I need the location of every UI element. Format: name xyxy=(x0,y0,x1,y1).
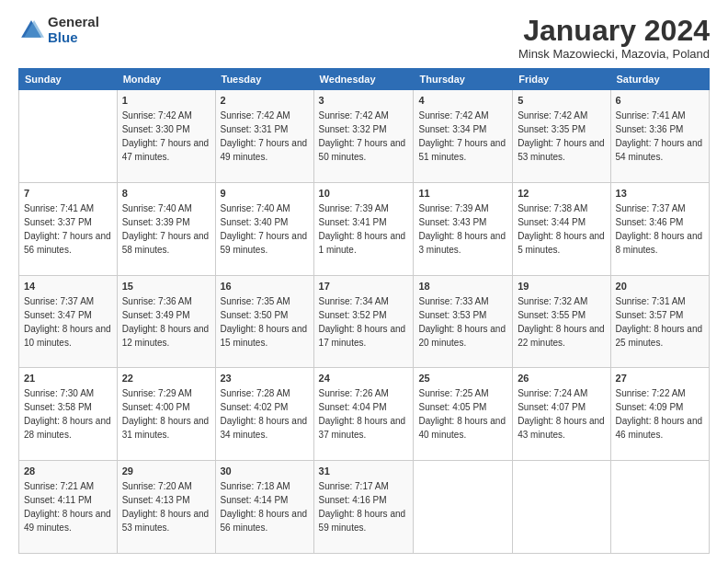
logo-general: General xyxy=(48,14,99,29)
day-number: 19 xyxy=(518,280,605,293)
day-number: 15 xyxy=(122,280,210,293)
calendar-cell: 24 Sunrise: 7:26 AMSunset: 4:04 PMDaylig… xyxy=(313,368,414,461)
calendar-cell: 21 Sunrise: 7:30 AMSunset: 3:58 PMDaylig… xyxy=(19,368,118,461)
calendar-cell xyxy=(414,461,513,554)
day-number: 24 xyxy=(319,372,409,385)
header-sunday: Sunday xyxy=(19,69,118,90)
calendar-cell: 28 Sunrise: 7:21 AMSunset: 4:11 PMDaylig… xyxy=(19,461,118,554)
calendar-cell: 23 Sunrise: 7:28 AMSunset: 4:02 PMDaylig… xyxy=(215,368,313,461)
day-number: 13 xyxy=(616,187,704,201)
day-info: Sunrise: 7:42 AMSunset: 3:31 PMDaylight:… xyxy=(221,110,308,162)
day-info: Sunrise: 7:31 AMSunset: 3:57 PMDaylight:… xyxy=(616,296,703,348)
calendar-cell: 12 Sunrise: 7:38 AMSunset: 3:44 PMDaylig… xyxy=(513,182,610,275)
calendar-cell: 2 Sunrise: 7:42 AMSunset: 3:31 PMDayligh… xyxy=(215,90,313,183)
day-number: 4 xyxy=(418,94,507,108)
day-number: 26 xyxy=(518,372,605,385)
calendar-cell: 15 Sunrise: 7:36 AMSunset: 3:49 PMDaylig… xyxy=(117,275,215,368)
day-number: 9 xyxy=(221,187,309,201)
day-info: Sunrise: 7:42 AMSunset: 3:32 PMDaylight:… xyxy=(319,110,406,162)
calendar-cell: 11 Sunrise: 7:39 AMSunset: 3:43 PMDaylig… xyxy=(414,182,513,275)
day-number: 27 xyxy=(616,372,704,385)
header-wednesday: Wednesday xyxy=(313,69,414,90)
day-info: Sunrise: 7:33 AMSunset: 3:53 PMDaylight:… xyxy=(418,296,506,348)
header-friday: Friday xyxy=(513,69,610,90)
calendar-cell: 26 Sunrise: 7:24 AMSunset: 4:07 PMDaylig… xyxy=(513,368,610,461)
day-info: Sunrise: 7:42 AMSunset: 3:34 PMDaylight:… xyxy=(418,110,506,162)
day-info: Sunrise: 7:24 AMSunset: 4:07 PMDaylight:… xyxy=(518,388,605,440)
day-info: Sunrise: 7:32 AMSunset: 3:55 PMDaylight:… xyxy=(518,296,605,348)
day-number: 2 xyxy=(221,94,309,108)
day-info: Sunrise: 7:21 AMSunset: 4:11 PMDaylight:… xyxy=(24,481,111,533)
calendar-cell: 9 Sunrise: 7:40 AMSunset: 3:40 PMDayligh… xyxy=(215,182,313,275)
title-block: January 2024 Minsk Mazowiecki, Mazovia, … xyxy=(518,15,710,61)
day-info: Sunrise: 7:40 AMSunset: 3:39 PMDaylight:… xyxy=(122,203,210,255)
day-info: Sunrise: 7:38 AMSunset: 3:44 PMDaylight:… xyxy=(518,203,605,255)
calendar-cell: 31 Sunrise: 7:17 AMSunset: 4:16 PMDaylig… xyxy=(313,461,414,554)
calendar-week-4: 21 Sunrise: 7:30 AMSunset: 3:58 PMDaylig… xyxy=(19,368,710,461)
day-info: Sunrise: 7:34 AMSunset: 3:52 PMDaylight:… xyxy=(319,296,406,348)
calendar-week-3: 14 Sunrise: 7:37 AMSunset: 3:47 PMDaylig… xyxy=(19,275,710,368)
day-info: Sunrise: 7:37 AMSunset: 3:47 PMDaylight:… xyxy=(24,296,111,348)
calendar-cell xyxy=(513,461,610,554)
day-number: 29 xyxy=(122,465,210,478)
day-number: 5 xyxy=(518,94,605,108)
day-number: 6 xyxy=(616,94,704,108)
calendar-table: Sunday Monday Tuesday Wednesday Thursday… xyxy=(18,68,710,554)
calendar-cell xyxy=(19,90,118,183)
day-number: 16 xyxy=(221,280,309,293)
day-number: 17 xyxy=(319,280,409,293)
day-info: Sunrise: 7:28 AMSunset: 4:02 PMDaylight:… xyxy=(221,388,308,440)
day-info: Sunrise: 7:25 AMSunset: 4:05 PMDaylight:… xyxy=(418,388,506,440)
header-saturday: Saturday xyxy=(610,69,709,90)
calendar-cell: 27 Sunrise: 7:22 AMSunset: 4:09 PMDaylig… xyxy=(610,368,709,461)
day-number: 1 xyxy=(122,94,210,108)
header-tuesday: Tuesday xyxy=(215,69,313,90)
day-number: 7 xyxy=(24,187,112,201)
day-info: Sunrise: 7:22 AMSunset: 4:09 PMDaylight:… xyxy=(616,388,703,440)
calendar-cell: 18 Sunrise: 7:33 AMSunset: 3:53 PMDaylig… xyxy=(414,275,513,368)
day-info: Sunrise: 7:42 AMSunset: 3:35 PMDaylight:… xyxy=(518,110,605,162)
day-number: 25 xyxy=(418,372,507,385)
calendar-cell: 25 Sunrise: 7:25 AMSunset: 4:05 PMDaylig… xyxy=(414,368,513,461)
header-monday: Monday xyxy=(117,69,215,90)
calendar-cell: 3 Sunrise: 7:42 AMSunset: 3:32 PMDayligh… xyxy=(313,90,414,183)
day-number: 14 xyxy=(24,280,112,293)
day-info: Sunrise: 7:18 AMSunset: 4:14 PMDaylight:… xyxy=(221,481,308,533)
day-number: 8 xyxy=(122,187,210,201)
location-subtitle: Minsk Mazowiecki, Mazovia, Poland xyxy=(518,47,710,61)
day-info: Sunrise: 7:20 AMSunset: 4:13 PMDaylight:… xyxy=(122,481,210,533)
day-number: 23 xyxy=(221,372,309,385)
calendar-cell: 4 Sunrise: 7:42 AMSunset: 3:34 PMDayligh… xyxy=(414,90,513,183)
day-info: Sunrise: 7:29 AMSunset: 4:00 PMDaylight:… xyxy=(122,388,210,440)
day-info: Sunrise: 7:30 AMSunset: 3:58 PMDaylight:… xyxy=(24,388,111,440)
day-number: 21 xyxy=(24,372,112,385)
day-number: 10 xyxy=(319,187,409,201)
day-number: 12 xyxy=(518,187,605,201)
day-number: 31 xyxy=(319,465,409,478)
days-header-row: Sunday Monday Tuesday Wednesday Thursday… xyxy=(19,69,710,90)
calendar-cell: 7 Sunrise: 7:41 AMSunset: 3:37 PMDayligh… xyxy=(19,182,118,275)
logo-blue: Blue xyxy=(48,29,78,45)
day-number: 3 xyxy=(319,94,409,108)
calendar-cell: 30 Sunrise: 7:18 AMSunset: 4:14 PMDaylig… xyxy=(215,461,313,554)
calendar-cell: 17 Sunrise: 7:34 AMSunset: 3:52 PMDaylig… xyxy=(313,275,414,368)
calendar-week-1: 1 Sunrise: 7:42 AMSunset: 3:30 PMDayligh… xyxy=(19,90,710,183)
day-info: Sunrise: 7:17 AMSunset: 4:16 PMDaylight:… xyxy=(319,481,406,533)
day-info: Sunrise: 7:40 AMSunset: 3:40 PMDaylight:… xyxy=(221,203,308,255)
day-info: Sunrise: 7:41 AMSunset: 3:37 PMDaylight:… xyxy=(24,203,111,255)
calendar-cell: 6 Sunrise: 7:41 AMSunset: 3:36 PMDayligh… xyxy=(610,90,709,183)
calendar-cell: 19 Sunrise: 7:32 AMSunset: 3:55 PMDaylig… xyxy=(513,275,610,368)
calendar-cell: 1 Sunrise: 7:42 AMSunset: 3:30 PMDayligh… xyxy=(117,90,215,183)
day-number: 20 xyxy=(616,280,704,293)
page: General Blue January 2024 Minsk Mazowiec… xyxy=(0,0,728,563)
day-number: 28 xyxy=(24,465,112,478)
calendar-cell: 8 Sunrise: 7:40 AMSunset: 3:39 PMDayligh… xyxy=(117,182,215,275)
header-thursday: Thursday xyxy=(414,69,513,90)
logo-icon xyxy=(18,17,44,43)
calendar-cell: 20 Sunrise: 7:31 AMSunset: 3:57 PMDaylig… xyxy=(610,275,709,368)
day-info: Sunrise: 7:26 AMSunset: 4:04 PMDaylight:… xyxy=(319,388,406,440)
calendar-week-2: 7 Sunrise: 7:41 AMSunset: 3:37 PMDayligh… xyxy=(19,182,710,275)
calendar-cell: 5 Sunrise: 7:42 AMSunset: 3:35 PMDayligh… xyxy=(513,90,610,183)
header: General Blue January 2024 Minsk Mazowiec… xyxy=(18,15,710,61)
calendar-cell: 14 Sunrise: 7:37 AMSunset: 3:47 PMDaylig… xyxy=(19,275,118,368)
